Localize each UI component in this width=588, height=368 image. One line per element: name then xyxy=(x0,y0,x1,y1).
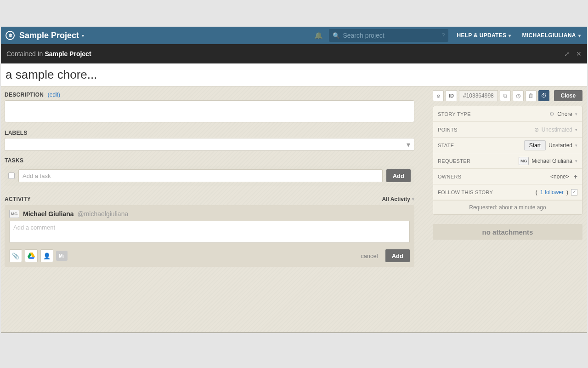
comment-author-row: MG Michael Giuliana @michaelgiuliana xyxy=(9,210,410,218)
chevron-down-icon: ▾ xyxy=(578,33,581,38)
blocked-icon: ⊘ xyxy=(534,126,539,133)
markdown-chip: M↓ xyxy=(56,251,68,261)
story-id-row: ⌀ ID #103364998 ⧉ ◷ 🗑 ⏱ Close xyxy=(433,90,582,101)
search-icon: 🔍 xyxy=(333,32,340,39)
panel-bottom-border xyxy=(1,332,587,333)
bell-icon[interactable]: 🔔 xyxy=(314,31,322,40)
clock-icon[interactable]: ◷ xyxy=(513,90,524,101)
story-right-column: ⌀ ID #103364998 ⧉ ◷ 🗑 ⏱ Close STORY TYPE… xyxy=(433,90,582,240)
author-name: Michael Giuliana xyxy=(23,210,74,218)
tasks-section: TASKS Add xyxy=(5,157,414,186)
close-icon[interactable]: ✕ xyxy=(576,50,582,58)
labels-select[interactable]: ▾ xyxy=(5,138,414,151)
search-box[interactable]: 🔍 ? xyxy=(329,29,448,42)
chevron-down-icon: ▾ xyxy=(407,140,410,149)
gear-icon: ⚙ xyxy=(549,111,554,117)
chevron-down-icon: ▾ xyxy=(575,143,577,148)
add-comment-button[interactable]: Add xyxy=(385,249,410,262)
add-owner-icon[interactable]: + xyxy=(574,173,577,180)
meta-requester[interactable]: REQUESTER MG Michael Giuliana ▾ xyxy=(433,153,582,169)
id-value[interactable]: #103364998 xyxy=(459,90,498,101)
task-checkbox[interactable] xyxy=(8,172,15,179)
description-section: DESCRIPTION (edit) xyxy=(5,90,414,122)
chevron-down-icon: ▾ xyxy=(412,197,414,201)
tasks-label: TASKS xyxy=(5,157,414,164)
requester-name: Michael Giuliana xyxy=(531,158,572,164)
help-updates-label: HELP & UPDATES xyxy=(457,32,506,39)
mention-person-icon[interactable]: 👤 xyxy=(40,249,53,262)
activity-filter-label: All Activity xyxy=(382,196,410,202)
activity-header: ACTIVITY All Activity ▾ xyxy=(5,196,414,202)
help-icon[interactable]: ? xyxy=(442,32,445,39)
author-handle: @michaelgiuliana xyxy=(77,210,128,218)
story-title-row xyxy=(1,63,587,86)
description-input[interactable] xyxy=(5,100,414,122)
stopwatch-icon[interactable]: ⏱ xyxy=(538,90,549,101)
story-panel: DESCRIPTION (edit) LABELS ▾ TASKS Add AC… xyxy=(1,63,587,332)
chevron-down-icon: ▾ xyxy=(509,33,511,38)
story-subheader: Contained In Sample Project ⤢ ✕ xyxy=(1,44,587,63)
link-icon[interactable]: ⌀ xyxy=(433,90,444,101)
meta-story-type[interactable]: STORY TYPE ⚙ Chore ▾ xyxy=(433,106,582,122)
story-type-label: STORY TYPE xyxy=(438,111,549,117)
activity-filter[interactable]: All Activity ▾ xyxy=(382,196,414,202)
id-label: ID xyxy=(446,90,457,101)
help-updates-menu[interactable]: HELP & UPDATES ▾ xyxy=(457,32,511,39)
meta-owners[interactable]: OWNERS <none> + xyxy=(433,169,582,184)
close-story-button[interactable]: Close xyxy=(554,90,582,101)
comment-box: MG Michael Giuliana @michaelgiuliana 📎 👤… xyxy=(5,205,414,267)
story-type-value: Chore xyxy=(557,111,572,117)
search-input[interactable] xyxy=(343,32,441,39)
attachment-icon[interactable]: 📎 xyxy=(9,249,22,262)
username-label: MICHAELGIULIANA xyxy=(522,32,576,39)
story-left-column: DESCRIPTION (edit) LABELS ▾ TASKS Add AC… xyxy=(5,90,414,267)
avatar: MG xyxy=(519,157,529,165)
contained-in-project: Sample Project xyxy=(45,50,91,58)
follow-label: FOLLOW THIS STORY xyxy=(438,190,536,195)
avatar: MG xyxy=(9,210,19,218)
follower-link[interactable]: 1 follower xyxy=(540,189,564,196)
requested-timestamp: Requested: about a minute ago xyxy=(433,200,582,214)
collapse-icon[interactable]: ⤢ xyxy=(564,50,570,58)
copy-icon[interactable]: ⧉ xyxy=(500,90,511,101)
follow-checkbox[interactable]: ✓ xyxy=(571,189,577,196)
google-drive-icon[interactable] xyxy=(25,249,38,262)
labels-label: LABELS xyxy=(5,130,414,136)
chevron-down-icon: ▾ xyxy=(575,112,577,116)
meta-follow: FOLLOW THIS STORY (1 follower) ✓ xyxy=(433,184,582,200)
labels-section: LABELS ▾ xyxy=(5,130,414,151)
points-value: Unestimated xyxy=(542,126,572,133)
user-menu[interactable]: MICHAELGIULIANA ▾ xyxy=(522,32,581,39)
trash-icon[interactable]: 🗑 xyxy=(526,90,537,101)
add-task-button[interactable]: Add xyxy=(386,169,411,182)
contained-in-label: Contained In xyxy=(6,50,43,58)
state-label: STATE xyxy=(438,143,524,148)
state-value[interactable]: Unstarted xyxy=(548,142,572,149)
cancel-comment-link[interactable]: cancel xyxy=(361,253,378,259)
follower-count-prefix: ( xyxy=(536,189,537,196)
app-header: ✽ Sample Project ▾ 🔔 🔍 ? HELP & UPDATES … xyxy=(1,27,587,44)
chevron-down-icon: ▾ xyxy=(575,127,577,132)
project-name[interactable]: Sample Project xyxy=(19,31,79,40)
task-input[interactable] xyxy=(18,169,383,182)
chevron-down-icon[interactable]: ▾ xyxy=(82,33,84,38)
meta-state: STATE Start Unstarted ▾ xyxy=(433,138,582,153)
points-label: POINTS xyxy=(438,127,534,132)
owners-label: OWNERS xyxy=(438,174,550,179)
meta-points[interactable]: POINTS ⊘ Unestimated ▾ xyxy=(433,122,582,138)
comment-input[interactable] xyxy=(9,221,410,243)
app-logo-icon: ✽ xyxy=(6,31,15,40)
comment-actions: 📎 👤 M↓ cancel Add xyxy=(9,249,410,262)
meta-panel: STORY TYPE ⚙ Chore ▾ POINTS ⊘ Unestimate… xyxy=(433,106,582,215)
description-label: DESCRIPTION xyxy=(5,92,44,98)
no-attachments-banner: no attachments xyxy=(433,224,582,240)
owners-value: <none> xyxy=(550,173,569,180)
tasks-row: Add xyxy=(5,166,414,186)
start-button[interactable]: Start xyxy=(524,140,546,150)
activity-label: ACTIVITY xyxy=(5,196,382,202)
story-title-input[interactable] xyxy=(6,68,582,82)
activity-section: ACTIVITY All Activity ▾ MG Michael Giuli… xyxy=(5,196,414,267)
requester-label: REQUESTER xyxy=(438,158,519,164)
edit-description-link[interactable]: (edit) xyxy=(48,92,60,98)
follower-count-suffix: ) xyxy=(566,189,568,196)
